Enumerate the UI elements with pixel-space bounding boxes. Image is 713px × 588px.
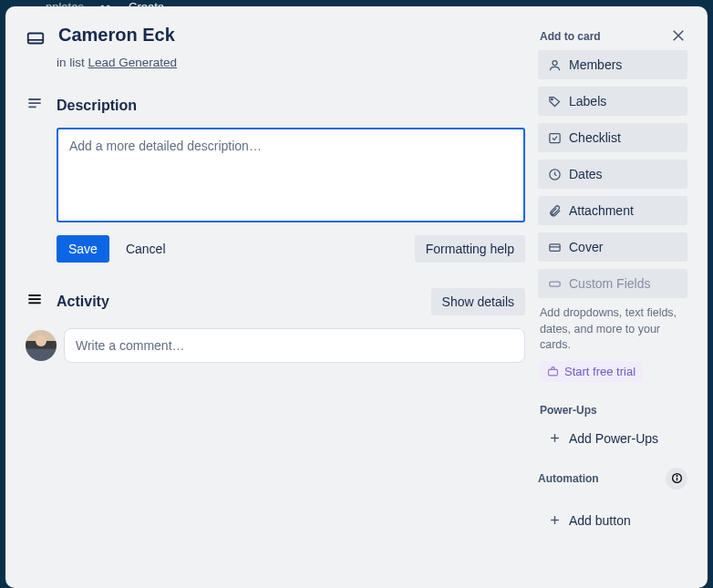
formatting-help-button[interactable]: Formatting help: [415, 235, 525, 263]
activity-icon: [26, 291, 44, 313]
cancel-button[interactable]: Cancel: [122, 235, 170, 263]
svg-point-23: [677, 476, 677, 477]
svg-rect-17: [549, 282, 559, 286]
members-label: Members: [569, 57, 622, 72]
attachment-button[interactable]: Attachment: [538, 196, 687, 225]
cover-label: Cover: [569, 240, 603, 254]
custom-fields-button: Custom Fields: [538, 269, 687, 298]
paperclip-icon: [547, 203, 562, 218]
close-button[interactable]: [666, 23, 691, 48]
checklist-icon: [547, 130, 562, 145]
comment-input[interactable]: Write a comment…: [64, 328, 525, 363]
custom-fields-helper: Add dropdowns, text fields, dates, and m…: [540, 305, 686, 354]
description-textarea[interactable]: [57, 128, 525, 222]
labels-label: Labels: [569, 94, 606, 108]
checklist-label: Checklist: [569, 130, 621, 145]
labels-button[interactable]: Labels: [538, 87, 687, 116]
automation-heading: Automation: [538, 472, 666, 485]
card-list-location: in list Lead Generated: [57, 56, 525, 69]
add-automation-button[interactable]: Add button: [538, 506, 687, 535]
svg-rect-13: [549, 133, 559, 142]
custom-fields-label: Custom Fields: [569, 276, 650, 291]
briefcase-icon: [547, 366, 559, 377]
cover-icon: [547, 240, 562, 254]
attachment-label: Attachment: [569, 203, 634, 218]
add-powerups-button[interactable]: Add Power-Ups: [538, 424, 687, 453]
svg-point-11: [553, 60, 557, 65]
save-button[interactable]: Save: [57, 235, 109, 263]
description-icon: [26, 95, 44, 117]
trial-label: Start free trial: [564, 365, 636, 378]
close-icon: [670, 27, 687, 44]
cover-button[interactable]: Cover: [538, 232, 687, 262]
add-powerups-label: Add Power-Ups: [569, 431, 658, 446]
avatar: [26, 330, 57, 361]
dates-label: Dates: [569, 167, 603, 181]
plus-icon: [547, 513, 562, 528]
list-link[interactable]: Lead Generated: [88, 56, 178, 69]
checklist-button[interactable]: Checklist: [538, 123, 687, 152]
powerups-heading: Power-Ups: [540, 404, 687, 417]
start-free-trial-button[interactable]: Start free trial: [540, 361, 643, 382]
plus-icon: [547, 431, 562, 446]
members-button[interactable]: Members: [538, 50, 687, 79]
automation-info-button[interactable]: [666, 468, 687, 490]
card-icon: [26, 28, 46, 52]
tag-icon: [547, 94, 562, 108]
card-modal: Cameron Eck in list Lead Generated Descr…: [5, 6, 708, 588]
description-heading: Description: [57, 98, 525, 114]
show-details-button[interactable]: Show details: [431, 288, 525, 315]
svg-rect-18: [549, 369, 558, 376]
field-icon: [547, 276, 562, 291]
clock-icon: [547, 167, 562, 181]
dates-button[interactable]: Dates: [538, 160, 687, 189]
info-icon: [671, 472, 683, 484]
card-title[interactable]: Cameron Eck: [58, 25, 175, 46]
add-automation-label: Add button: [569, 513, 631, 528]
user-icon: [547, 57, 562, 72]
svg-point-12: [551, 98, 553, 100]
svg-rect-2: [28, 34, 44, 44]
activity-heading: Activity: [57, 294, 418, 310]
